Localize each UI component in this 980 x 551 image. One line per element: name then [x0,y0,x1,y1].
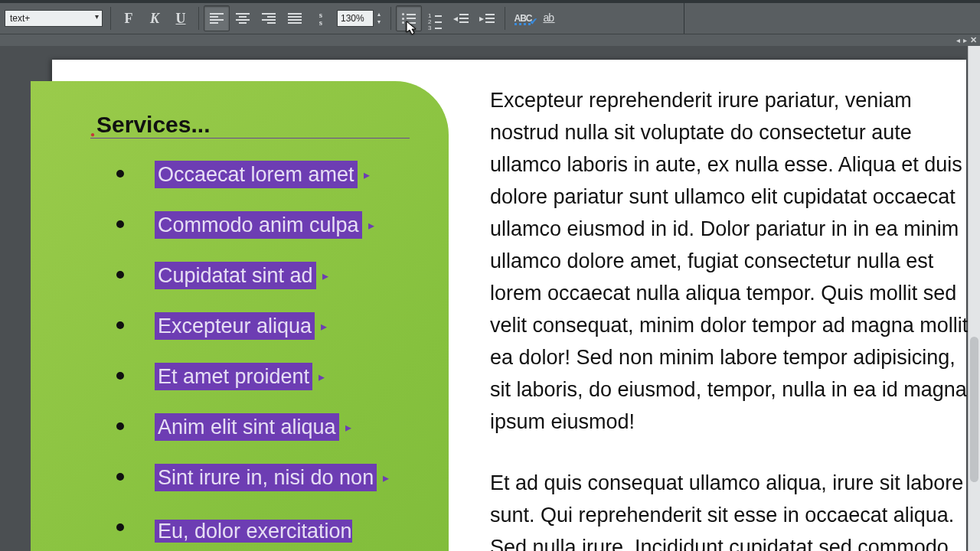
service-link[interactable]: Eu, dolor exercitation veniam [155,520,352,551]
bullet-icon [116,372,124,380]
zoom-control: 130% ▴ ▾ [337,10,383,27]
services-heading[interactable]: ●Services... [90,112,410,139]
services-list: Occaecat lorem amet▸ Commodo anim culpa▸… [116,161,389,551]
service-link[interactable]: Occaecat lorem amet [155,161,358,188]
bullet-icon [116,422,124,430]
align-right-icon [262,13,276,24]
scrollbar-thumb[interactable] [970,337,978,482]
align-center-button[interactable] [230,5,256,31]
bullet-icon [116,271,124,279]
bullet-icon [116,473,124,481]
zoom-spinner[interactable]: ▴ ▾ [375,11,383,26]
align-justify-button[interactable] [282,5,308,31]
zoom-input[interactable]: 130% [337,10,374,27]
italic-button[interactable]: K [142,5,168,31]
bullet-icon [116,170,124,178]
panel-close-button[interactable]: ✕ [970,35,977,45]
character-format-button[interactable]: ab [536,5,562,31]
list-item[interactable]: Excepteur aliqua▸ [116,312,389,340]
services-heading-text: Services... [96,112,210,137]
bullet-icon [116,523,124,531]
service-link[interactable]: Anim elit sint aliqua [155,413,339,441]
underline-button[interactable]: U [168,5,194,31]
list-item[interactable]: Sint irure in, nisi do non▸ [116,464,389,491]
list-item[interactable]: Eu, dolor exercitation veniam▸ [116,514,389,551]
list-item[interactable]: Anim elit sint aliqua▸ [116,413,389,441]
zoom-up-icon[interactable]: ▴ [375,11,383,18]
paragraph-style-select[interactable]: text+ [5,10,103,27]
numbered-list-button[interactable]: 1 2 3 [422,5,448,31]
align-right-button[interactable] [256,5,282,31]
decrease-indent-icon: ◂ [453,13,469,24]
bold-button[interactable]: F [116,5,142,31]
character-format-icon: ab [543,11,554,26]
triangle-icon: ▸ [322,269,328,283]
triangle-icon: ▸ [368,218,374,233]
super-sub-button[interactable]: s s [308,5,334,31]
zoom-down-icon[interactable]: ▾ [375,18,383,26]
body-paragraph[interactable]: Et ad quis consequat ullamco aliqua, iru… [490,467,974,551]
bold-icon: F [125,11,133,27]
document-page[interactable]: ●Services... Occaecat lorem amet▸ Commod… [52,60,966,551]
decrease-indent-button[interactable]: ◂ [448,5,474,31]
bullet-list-button[interactable] [396,5,422,31]
triangle-icon: ▸ [318,370,325,384]
triangle-icon: ▸ [364,168,370,182]
service-link[interactable]: Et amet proident [155,363,312,390]
spellcheck-button[interactable]: ABC ✔ [510,5,536,31]
vertical-scrollbar[interactable] [968,46,980,551]
formatting-toolbar: text+ F K U s s 130% ▴ ▾ [0,3,980,34]
body-paragraph[interactable]: Excepteur reprehenderit irure pariatur, … [490,84,974,438]
panel-nav-bar: ◂ ▸ ✕ [0,34,980,46]
panel-prev-button[interactable]: ◂ [956,36,960,44]
bullet-icon [116,220,124,228]
service-link[interactable]: Excepteur aliqua [155,312,315,340]
spellcheck-icon: ABC ✔ [514,13,532,24]
super-sub-icon: s s [319,11,322,26]
body-text-column[interactable]: Excepteur reprehenderit irure pariatur, … [490,84,974,551]
spelling-marker-icon: ● [90,130,95,139]
align-justify-icon [288,13,302,24]
service-link[interactable]: Sint irure in, nisi do non [155,464,377,491]
align-left-button[interactable] [204,5,230,31]
editor-workspace: ●Services... Occaecat lorem amet▸ Commod… [0,46,980,551]
service-link[interactable]: Cupidatat sint ad [155,262,316,289]
bullet-list-icon [402,13,416,24]
increase-indent-icon: ▸ [479,13,495,24]
increase-indent-button[interactable]: ▸ [474,5,500,31]
triangle-icon: ▸ [345,420,351,435]
services-card: ●Services... Occaecat lorem amet▸ Commod… [31,81,449,551]
triangle-icon: ▸ [383,471,389,485]
list-item[interactable]: Occaecat lorem amet▸ [116,161,389,188]
service-link[interactable]: Commodo anim culpa [155,211,362,239]
italic-icon: K [150,11,159,27]
list-item[interactable]: Et amet proident▸ [116,363,389,390]
triangle-icon: ▸ [321,319,327,334]
paragraph-style-value: text+ [10,13,30,24]
zoom-value: 130% [341,13,364,24]
underline-icon: U [176,11,186,27]
list-item[interactable]: Commodo anim culpa▸ [116,211,389,239]
align-center-icon [236,13,250,24]
panel-next-button[interactable]: ▸ [963,36,967,44]
list-item[interactable]: Cupidatat sint ad▸ [116,262,389,289]
bullet-icon [116,321,124,329]
align-left-icon [210,13,224,24]
numbered-list-icon: 1 2 3 [428,13,442,24]
